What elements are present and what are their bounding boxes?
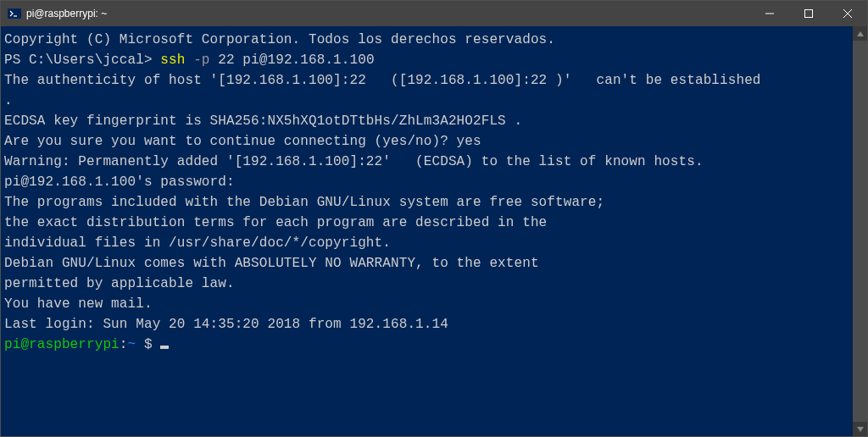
auth-line1: The authenticity of host '[192.168.1.100…	[4, 73, 761, 88]
cursor	[160, 346, 169, 349]
titlebar[interactable]: pi@raspberrypi: ~	[1, 1, 867, 26]
svg-rect-3	[805, 10, 813, 18]
warranty-line1: Debian GNU/Linux comes with ABSOLUTELY N…	[4, 256, 539, 271]
pi-dollar: $	[144, 337, 160, 352]
minimize-button[interactable]	[750, 1, 789, 26]
confirm-prompt: Are you sure you want to continue connec…	[4, 134, 481, 149]
ecdsa-fingerprint: ECDSA key fingerprint is SHA256:NX5hXQ1o…	[4, 113, 522, 129]
svg-rect-0	[8, 8, 21, 19]
pi-user: pi@raspberrypi	[4, 337, 120, 352]
password-prompt: pi@192.168.1.100's password:	[4, 174, 235, 190]
powershell-icon	[8, 7, 21, 20]
debian-line1: The programs included with the Debian GN…	[4, 195, 604, 210]
debian-line3: individual files in /usr/share/doc/*/cop…	[4, 235, 391, 251]
ssh-args: 22 pi@192.168.1.100	[218, 53, 374, 68]
ssh-flag: -p	[193, 53, 218, 68]
scrollbar-track[interactable]	[853, 41, 867, 422]
debian-line2: the exact distribution terms for each pr…	[4, 215, 547, 230]
lastlogin-line: Last login: Sun May 20 14:35:20 2018 fro…	[4, 317, 448, 332]
scrollbar-thumb[interactable]	[853, 41, 867, 422]
auth-dot: .	[4, 93, 13, 108]
terminal-area: Copyright (C) Microsoft Corporation. Tod…	[1, 26, 867, 436]
window-title: pi@raspberrypi: ~	[26, 8, 107, 19]
scrollbar[interactable]	[853, 26, 867, 436]
ssh-command: ssh	[160, 53, 193, 68]
warning-line: Warning: Permanently added '[192.168.1.1…	[4, 154, 704, 169]
warranty-line2: permitted by applicable law.	[4, 276, 235, 291]
scroll-down-button[interactable]	[853, 422, 867, 436]
pi-path: ~	[128, 337, 144, 352]
mail-line: You have new mail.	[4, 296, 153, 312]
maximize-button[interactable]	[789, 1, 828, 26]
pi-colon: :	[120, 337, 128, 352]
copyright-text: Copyright (C) Microsoft Corporation. Tod…	[4, 32, 555, 47]
scroll-up-button[interactable]	[853, 26, 867, 41]
terminal-window: pi@raspberrypi: ~ Copyright (C) Microsof…	[0, 0, 868, 437]
terminal-output[interactable]: Copyright (C) Microsoft Corporation. Tod…	[1, 26, 853, 436]
ps-prompt: PS C:\Users\jccal>	[4, 53, 160, 68]
close-button[interactable]	[828, 1, 867, 26]
